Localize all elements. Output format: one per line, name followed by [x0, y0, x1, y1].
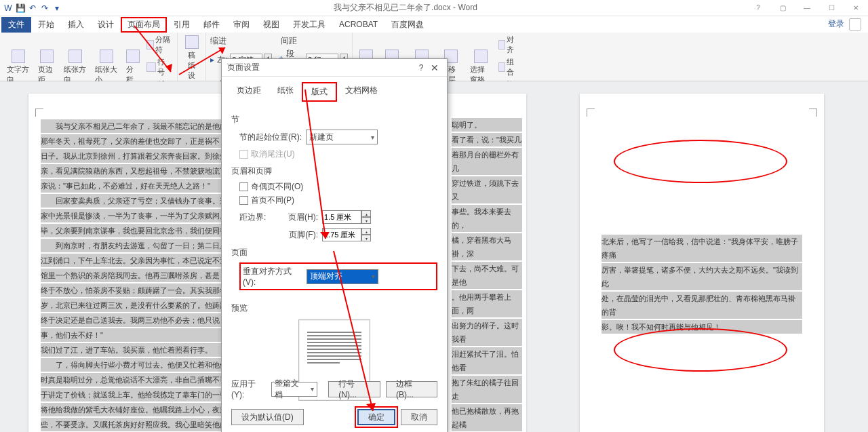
doc-line: 事些。我本来要去的，	[452, 205, 522, 232]
selection-pane-button[interactable]: 选择窗格	[467, 48, 494, 86]
doc-line: 橘，穿着黑布大马褂，深	[452, 233, 522, 260]
dialog-title: 页面设置	[227, 62, 414, 73]
odd-even-checkbox[interactable]: 奇偶页不同(O)	[239, 181, 437, 193]
apply-select[interactable]: 整篇文档	[271, 382, 317, 397]
borders-button[interactable]: 边框(B)...	[386, 381, 437, 397]
group-button[interactable]: 组合	[497, 56, 518, 78]
section-start-label: 节的起始位置(R):	[239, 132, 302, 143]
doc-line: 看了看，说："我买几	[452, 133, 522, 146]
window-title: 我与父亲不相见已二年余了.docx - Word	[62, 2, 749, 14]
word-icon: W	[3, 3, 14, 14]
indent-title: 缩进	[210, 35, 226, 47]
login-link[interactable]: 登录	[828, 19, 844, 28]
tab-page-layout[interactable]: 页面布局	[121, 17, 167, 33]
qat-more-icon[interactable]: ▾	[52, 3, 62, 14]
line-numbers-button[interactable]: 行号(N)...	[328, 381, 380, 397]
save-icon[interactable]: 💾	[15, 3, 26, 14]
dialog-tab-grid[interactable]: 文档网格	[337, 82, 386, 102]
avatar-icon[interactable]	[849, 18, 861, 31]
tab-developer[interactable]: 开发工具	[286, 17, 332, 33]
header-label: 页眉(H):	[284, 212, 318, 223]
margins-button[interactable]: 页边距	[35, 48, 58, 86]
section-label: 节	[231, 114, 437, 125]
footer-input[interactable]	[322, 228, 361, 241]
ribbon-options-icon[interactable]: ▢	[773, 2, 792, 14]
dialog-close-icon[interactable]: ✕	[428, 62, 441, 73]
doc-line: 穿过铁道，须跳下去又	[452, 176, 522, 203]
document-page-2: 北来后，他写了一信给我，信中说道："我身体平安，唯膀子疼痛厉害，举箸提笔，诸多不…	[580, 94, 824, 432]
footer-label: 页脚(F):	[284, 229, 318, 241]
align-button[interactable]: 对齐	[497, 34, 518, 56]
line-numbers-button[interactable]: 行号	[145, 56, 173, 78]
doc-line: 他已抱橘散放，再抱起橘	[452, 404, 522, 431]
tab-insert[interactable]: 插入	[61, 17, 91, 33]
tab-review[interactable]: 审阅	[226, 17, 256, 33]
doc-line: 聪明了。	[452, 118, 522, 132]
apply-label: 应用于(Y):	[231, 378, 266, 399]
size-button[interactable]: 纸张大小	[92, 48, 121, 86]
tab-home[interactable]: 开始	[31, 17, 61, 33]
tab-acrobat[interactable]: ACROBAT	[332, 18, 384, 31]
tab-references[interactable]: 引用	[167, 17, 197, 33]
ok-button[interactable]: 确定	[357, 409, 395, 425]
doc-line: 泪赶紧拭干了泪。怕他看	[452, 347, 522, 374]
doc-line: 。他用两手攀着上面，两	[452, 290, 522, 317]
help-icon[interactable]: ?	[749, 2, 768, 14]
doc-line: 抱了朱红的橘子往回走	[452, 376, 522, 403]
hf-label: 页眉和页脚	[231, 165, 437, 177]
undo-icon[interactable]: ↶	[27, 3, 38, 14]
valign-label: 垂直对齐方式(V):	[243, 266, 302, 287]
dialog-tab-layout[interactable]: 版式	[302, 82, 337, 102]
doc-line: 厉害，举箸提笔，诸多不便，大约大去之期不远矣。"我读到此	[601, 263, 802, 290]
orientation-button[interactable]: 纸张方向	[61, 48, 90, 86]
doc-line: 北来后，他写了一信给我，信中说道："我身体平安，唯膀子疼痛	[601, 235, 802, 262]
dialog-tab-margins[interactable]: 页边距	[229, 82, 269, 102]
dialog-tab-paper[interactable]: 纸张	[269, 82, 302, 102]
columns-button[interactable]: 分栏	[123, 48, 142, 86]
dialog-help-icon[interactable]: ?	[414, 63, 428, 73]
first-page-checkbox[interactable]: 首页不同(P)	[239, 195, 437, 206]
document-page-1-right: 聪明了。看了看，说："我买几着那月台的栅栏外有几穿过铁道，须跳下去又事些。我本来…	[448, 94, 526, 432]
tab-design[interactable]: 设计	[91, 17, 121, 33]
text-direction-button[interactable]: 文字方向	[4, 48, 33, 86]
annotation-ellipse-1	[614, 140, 787, 183]
tab-baidu[interactable]: 百度网盘	[384, 17, 431, 33]
cancel-button[interactable]: 取消	[401, 409, 437, 425]
tab-view[interactable]: 视图	[256, 17, 286, 33]
minimize-icon[interactable]: —	[797, 2, 816, 14]
set-default-button[interactable]: 设为默认值(D)	[231, 409, 304, 425]
doc-line: 出努力的样子。这时我看	[452, 319, 522, 346]
page-label: 页面	[231, 247, 437, 258]
doc-line: 下去，尚不大难。可是他	[452, 262, 522, 289]
maximize-icon[interactable]: ☐	[822, 2, 841, 14]
valign-select[interactable]: 顶端对齐	[307, 269, 378, 284]
spacing-title: 间距	[281, 35, 297, 47]
preview-label: 预览	[231, 302, 437, 314]
header-input[interactable]	[322, 210, 361, 224]
doc-line: 着那月台的栅栏外有几	[452, 148, 522, 175]
redo-icon[interactable]: ↷	[39, 3, 50, 14]
close-icon[interactable]: ✕	[846, 2, 865, 14]
doc-line: 处，在晶莹的泪光中，又看见那肥壮的、青布棉袍黑布马褂的背	[601, 292, 802, 319]
breaks-button[interactable]: 分隔符	[145, 34, 173, 56]
section-start-select[interactable]: 新建页	[306, 130, 378, 144]
tab-mailings[interactable]: 邮件	[197, 17, 226, 33]
suppress-endnotes-checkbox[interactable]: 取消尾注(U)	[239, 149, 437, 160]
page-setup-dialog: 页面设置 ? ✕ 页边距 纸张 版式 文档网格 节 节的起始位置(R): 新建页…	[221, 58, 448, 432]
tab-file[interactable]: 文件	[1, 17, 31, 33]
annotation-ellipse-2	[614, 328, 787, 372]
from-edge-label: 距边界:	[239, 212, 280, 223]
